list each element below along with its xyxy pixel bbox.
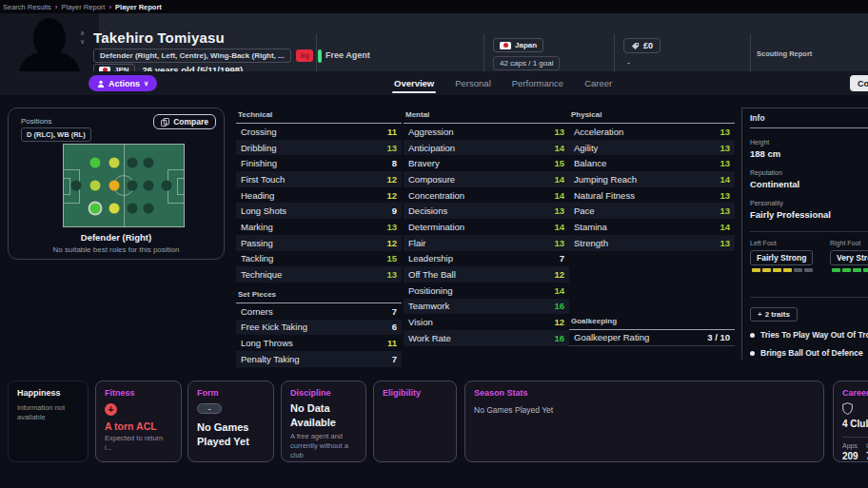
goalkeeper-rating-row[interactable]: Goalkeeper Rating 3 / 10	[569, 330, 735, 346]
medical-plus-icon: +	[105, 403, 117, 416]
career-stats-title: Career Stats	[842, 388, 868, 398]
compare-button-top[interactable]: Compare	[850, 75, 868, 91]
caps-pill: 42 caps / 1 goal	[493, 56, 560, 70]
attribute-row[interactable]: Penalty Taking7	[236, 351, 402, 367]
attribute-value: 14	[554, 143, 564, 153]
career-stats-card[interactable]: Career Stats 4 Clubs Apps209Goals7	[833, 381, 868, 462]
trait-item: Tries To Play Way Out Of Trouble	[750, 330, 868, 340]
attribute-row[interactable]: Strength13	[569, 235, 735, 251]
attribute-row[interactable]: Anticipation14	[404, 140, 569, 156]
attribute-row[interactable]: Crossing11	[236, 124, 402, 140]
attribute-row[interactable]: Composure14	[404, 171, 569, 187]
attribute-row[interactable]: Passing12	[236, 235, 402, 251]
attribute-value: 13	[554, 205, 564, 216]
form-card[interactable]: Form - No Games Played Yet	[187, 381, 274, 462]
attribute-label: Vision	[408, 317, 433, 327]
attribute-row[interactable]: Long Shots9	[236, 203, 402, 219]
attribute-label: Off The Ball	[408, 269, 456, 280]
form-text: No Games Played Yet	[197, 420, 265, 449]
attribute-row[interactable]: Leadership7	[404, 251, 569, 267]
attribute-row[interactable]: Corners7	[236, 303, 402, 320]
breadcrumb-item[interactable]: Player Report	[115, 3, 162, 11]
position-row: Defender (Right, Left, Centre), Wing-Bac…	[93, 49, 322, 63]
actions-button[interactable]: Actions ∨	[89, 75, 157, 91]
compare-button[interactable]: Compare	[153, 114, 216, 129]
attribute-row[interactable]: Positioning14	[404, 283, 569, 299]
attribute-row[interactable]: Technique13	[236, 266, 402, 283]
attribute-row[interactable]: Pace13	[569, 203, 735, 219]
pitch-six-yard-box	[63, 178, 70, 195]
tab-career[interactable]: Career	[584, 71, 612, 95]
attribute-value: 14	[720, 174, 730, 185]
caret-down-icon[interactable]: ∨	[80, 38, 85, 46]
left-foot-block: Left Foot Fairly Strong	[750, 240, 813, 272]
caret-up-icon[interactable]: ∧	[80, 29, 85, 37]
attribute-row[interactable]: First Touch12	[236, 171, 402, 187]
attribute-row[interactable]: Aggression13	[404, 124, 569, 140]
attribute-value: 14	[720, 222, 730, 232]
attribute-row[interactable]: Concentration14	[404, 187, 569, 204]
positions-badge: D (RLC), WB (RL)	[21, 127, 91, 142]
breadcrumb-item[interactable]: Search Results	[3, 3, 51, 11]
form-title: Form	[197, 388, 265, 398]
tag-icon	[631, 42, 640, 50]
traits-list: Tries To Play Way Out Of TroubleBrings B…	[750, 330, 868, 358]
player-cycle-carets[interactable]: ∧ ∨	[80, 29, 85, 46]
attribute-label: Jumping Reach	[574, 174, 637, 185]
header-divider	[614, 34, 615, 72]
attribute-row[interactable]: Long Throws11	[236, 335, 402, 351]
attribute-row[interactable]: Teamwork16	[404, 299, 569, 315]
attribute-row[interactable]: Dribbling13	[236, 140, 402, 156]
scouting-report-label: Scouting Report	[757, 49, 812, 58]
attribute-row[interactable]: Decisions13	[404, 203, 569, 219]
attribute-row[interactable]: Work Rate16	[404, 330, 569, 346]
attribute-row[interactable]: Determination14	[404, 219, 569, 235]
physical-column: Physical Acceleration13Agility13Balance1…	[569, 107, 735, 346]
tab-overview[interactable]: Overview	[394, 71, 434, 95]
attribute-row[interactable]: Heading12	[236, 187, 402, 204]
attribute-label: Flair	[408, 238, 425, 248]
tab-performance[interactable]: Performance	[512, 71, 563, 95]
attribute-row[interactable]: Vision12	[404, 314, 569, 330]
attribute-row[interactable]: Natural Fitness13	[569, 187, 735, 204]
attribute-row[interactable]: Bravery15	[404, 155, 569, 171]
attribute-value: 13	[554, 127, 564, 137]
attribute-row[interactable]: Stamina14	[569, 219, 735, 235]
personality-label: Personality	[750, 200, 868, 206]
fitness-card[interactable]: Fitness + A torn ACL Expected to return …	[95, 381, 182, 462]
attribute-label: Anticipation	[408, 143, 455, 153]
discipline-card[interactable]: Discipline No Data Available A free agen…	[281, 381, 366, 462]
traits-badge[interactable]: + 2 traits	[750, 307, 798, 322]
eligibility-card[interactable]: Eligibility	[373, 381, 457, 462]
attribute-row[interactable]: Off The Ball12	[404, 266, 569, 283]
foot-strength-segment	[794, 268, 802, 272]
attribute-row[interactable]: Free Kick Taking6	[236, 320, 402, 336]
attribute-row[interactable]: Finishing8	[236, 155, 402, 171]
attribute-value: 9	[392, 205, 397, 216]
attribute-row[interactable]: Marking13	[236, 219, 402, 235]
breadcrumb-item[interactable]: Player Report	[62, 3, 106, 11]
happiness-card[interactable]: Happiness Information not available	[8, 381, 89, 462]
technical-column: Technical Crossing11Dribbling13Finishing…	[236, 107, 402, 367]
attribute-row[interactable]: Jumping Reach14	[569, 171, 735, 187]
player-report-screen: Search Results›Player Report›Player Repo…	[0, 0, 868, 488]
attribute-row[interactable]: Acceleration13	[569, 124, 735, 140]
technical-header: Technical	[236, 107, 402, 124]
attribute-value: 13	[720, 205, 730, 216]
season-stats-card[interactable]: Season Stats No Games Played Yet	[464, 381, 824, 462]
attribute-row[interactable]: Tackling15	[236, 251, 402, 267]
attribute-row[interactable]: Flair13	[404, 235, 569, 251]
form-badge: -	[197, 403, 222, 414]
position-dot	[144, 204, 154, 214]
positions-pill[interactable]: Defender (Right, Left, Centre), Wing-Bac…	[93, 49, 291, 63]
tab-personal[interactable]: Personal	[455, 71, 491, 95]
foot-strength-segment	[853, 268, 861, 272]
attribute-value: 13	[720, 158, 730, 168]
career-stat: Apps209	[842, 442, 860, 461]
attribute-value: 12	[554, 269, 564, 280]
attribute-label: Marking	[241, 222, 273, 232]
compare-label: Compare	[173, 117, 208, 127]
attribute-row[interactable]: Balance13	[569, 155, 735, 171]
player-header: ∧ ∨ Takehiro Tomiyasu Defender (Right, L…	[0, 13, 868, 71]
attribute-row[interactable]: Agility13	[569, 140, 735, 156]
